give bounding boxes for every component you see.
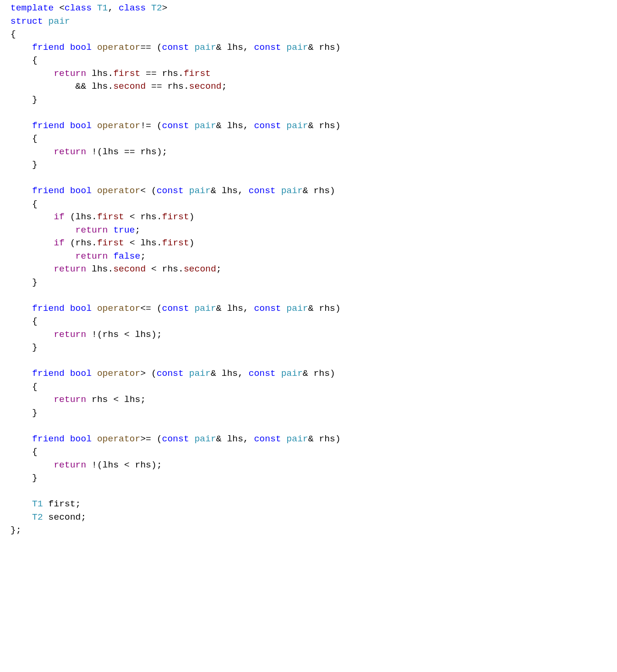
kw-bool: bool: [70, 434, 92, 444]
id-rhs: rhs: [140, 147, 157, 157]
kw-if: if: [54, 212, 65, 222]
type-pair: pair: [287, 434, 308, 444]
kw-const: const: [254, 42, 281, 53]
mem-second-decl: second: [48, 512, 81, 523]
param-rhs: rhs: [319, 303, 335, 314]
param-lhs: lhs: [227, 434, 243, 444]
param-lhs: lhs: [227, 121, 243, 131]
kw-const: const: [249, 368, 276, 379]
kw-bool: bool: [70, 121, 92, 131]
kw-template: template: [10, 3, 54, 13]
type-pair: pair: [287, 42, 308, 53]
kw-const: const: [162, 303, 189, 314]
kw-return: return: [54, 329, 86, 340]
kw-bool: bool: [70, 303, 92, 314]
type-T2: T2: [151, 3, 162, 13]
sym-ne: !=: [140, 121, 151, 131]
param-rhs: rhs: [319, 121, 335, 131]
kw-return: return: [54, 394, 86, 405]
id-rhs: rhs: [140, 212, 157, 222]
kw-return: return: [54, 147, 86, 157]
param-lhs: lhs: [227, 42, 243, 53]
id-rhs: rhs: [135, 460, 151, 470]
kw-if: if: [54, 238, 65, 248]
kw-friend: friend: [32, 42, 65, 53]
kw-friend: friend: [32, 121, 65, 131]
mem-first: first: [162, 238, 189, 248]
fn-operator-ne: operator: [97, 121, 140, 131]
fn-operator-lt: operator: [97, 186, 140, 196]
mem-first-decl: first: [48, 499, 75, 509]
sym-ge: >=: [140, 434, 151, 444]
sym-eq: ==: [140, 42, 151, 53]
kw-return: return: [75, 225, 108, 235]
kw-friend: friend: [32, 368, 65, 379]
id-rhs: rhs: [162, 264, 178, 274]
kw-friend: friend: [32, 186, 65, 196]
param-rhs: rhs: [319, 434, 335, 444]
param-lhs: lhs: [222, 186, 238, 196]
id-rhs: rhs: [168, 81, 184, 92]
id-lhs: lhs: [124, 394, 140, 405]
fn-operator-gt: operator: [97, 368, 140, 379]
id-lhs: lhs: [103, 147, 119, 157]
kw-return: return: [54, 264, 86, 274]
kw-struct: struct: [10, 16, 43, 27]
id-rhs: rhs: [162, 68, 178, 79]
id-lhs: lhs: [103, 460, 119, 470]
type-pair: pair: [195, 42, 216, 53]
kw-false: false: [113, 251, 140, 261]
mem-first: first: [162, 212, 189, 222]
kw-bool: bool: [70, 186, 92, 196]
type-pair: pair: [287, 303, 308, 314]
fn-operator-eq: operator: [97, 42, 140, 53]
mem-second: second: [189, 81, 221, 92]
id-rhs: rhs: [103, 329, 119, 340]
kw-friend: friend: [32, 434, 65, 444]
param-lhs: lhs: [222, 368, 238, 379]
type-pair: pair: [195, 303, 216, 314]
id-lhs: lhs: [92, 68, 108, 79]
param-rhs: rhs: [314, 368, 330, 379]
kw-return: return: [54, 460, 86, 470]
type-pair: pair: [195, 121, 216, 131]
kw-const: const: [254, 434, 281, 444]
type-pair: pair: [281, 368, 303, 379]
kw-true: true: [113, 225, 135, 235]
kw-friend: friend: [32, 303, 65, 314]
kw-const: const: [157, 186, 184, 196]
sym-gt: >: [140, 368, 146, 379]
mem-first: first: [97, 238, 124, 248]
kw-return: return: [54, 68, 86, 79]
mem-second: second: [184, 264, 216, 274]
sym-le: <=: [140, 303, 151, 314]
kw-const: const: [254, 121, 281, 131]
id-lhs: lhs: [92, 81, 108, 92]
type-T1: T1: [97, 3, 108, 13]
id-rhs: rhs: [75, 238, 92, 248]
mem-first: first: [113, 68, 140, 79]
kw-const: const: [162, 121, 189, 131]
fn-operator-ge: operator: [97, 434, 140, 444]
id-lhs: lhs: [92, 264, 108, 274]
fn-operator-le: operator: [97, 303, 140, 314]
mem-second: second: [113, 264, 146, 274]
kw-const: const: [162, 42, 189, 53]
mem-second: second: [113, 81, 146, 92]
type-pair: pair: [189, 186, 211, 196]
kw-const: const: [162, 434, 189, 444]
param-rhs: rhs: [319, 42, 335, 53]
code-block: template <class T1, class T2> struct pai…: [0, 0, 617, 537]
type-pair: pair: [287, 121, 308, 131]
id-lhs: lhs: [135, 329, 151, 340]
type-pair: pair: [48, 16, 70, 27]
kw-bool: bool: [70, 368, 92, 379]
kw-return: return: [75, 251, 108, 261]
type-T1: T1: [32, 499, 43, 509]
param-lhs: lhs: [227, 303, 243, 314]
param-rhs: rhs: [314, 186, 330, 196]
type-pair: pair: [189, 368, 211, 379]
id-lhs: lhs: [75, 212, 92, 222]
id-rhs: rhs: [92, 394, 108, 405]
kw-const: const: [254, 303, 281, 314]
